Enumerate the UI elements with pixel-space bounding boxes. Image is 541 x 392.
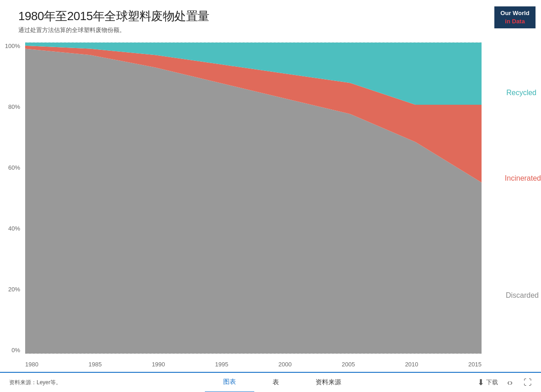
chart-header: Our World in Data 1980年至2015年全球塑料废物处置量 通…	[0, 0, 541, 41]
footer-tabs: 图表 表 资料来源	[87, 372, 477, 392]
main-container: Our World in Data 1980年至2015年全球塑料废物处置量 通…	[0, 0, 541, 392]
download-button[interactable]: ⬇ 下载	[477, 377, 498, 387]
footer-bar: 资料来源：Leyer等。 图表 表 资料来源 ⬇ 下载 ‹› ⛶	[0, 372, 541, 392]
chart-title: 1980年至2015年全球塑料废物处置量	[18, 8, 532, 24]
owid-logo: Our World in Data	[494, 6, 536, 28]
tab-chart[interactable]: 图表	[205, 372, 254, 392]
chart-area: 0% 20% 40% 60% 80% 100% 1980 1985 1990 1…	[0, 43, 541, 372]
y-label-80: 80%	[0, 103, 24, 110]
download-label: 下载	[486, 378, 498, 387]
x-axis: 1980 1985 1990 1995 2000 2005 2010 2015	[25, 358, 482, 372]
x-label-2010: 2010	[405, 361, 418, 368]
x-label-1995: 1995	[215, 361, 228, 368]
tab-sources[interactable]: 资料来源	[297, 372, 359, 392]
y-label-0: 0%	[0, 347, 24, 354]
x-label-2015: 2015	[468, 361, 482, 368]
share-icon: ‹›	[507, 378, 513, 387]
x-label-1990: 1990	[152, 361, 165, 368]
y-label-100: 100%	[0, 43, 24, 49]
y-axis: 0% 20% 40% 60% 80% 100%	[0, 43, 24, 354]
x-label-1985: 1985	[88, 361, 102, 368]
tab-table[interactable]: 表	[254, 372, 297, 392]
fullscreen-button[interactable]: ⛶	[524, 377, 532, 387]
y-label-40: 40%	[0, 225, 24, 232]
x-label-2000: 2000	[279, 361, 292, 368]
y-label-60: 60%	[0, 164, 24, 171]
chart-svg	[25, 43, 482, 354]
footer-icons: ⬇ 下载 ‹› ⛶	[477, 377, 536, 387]
chart-subtitle: 通过处置方法估算的全球塑料废物份额。	[18, 26, 532, 34]
legend-incinerated: Incinerated	[505, 174, 541, 183]
x-label-2005: 2005	[342, 361, 355, 368]
footer-source: 资料来源：Leyer等。	[5, 379, 87, 387]
share-button[interactable]: ‹›	[507, 377, 514, 387]
fullscreen-icon: ⛶	[524, 378, 532, 387]
y-label-20: 20%	[0, 286, 24, 293]
legend-recycled: Recycled	[506, 89, 536, 97]
legend-discarded: Discarded	[506, 291, 539, 300]
download-icon: ⬇	[477, 377, 484, 387]
x-label-1980: 1980	[25, 361, 38, 368]
